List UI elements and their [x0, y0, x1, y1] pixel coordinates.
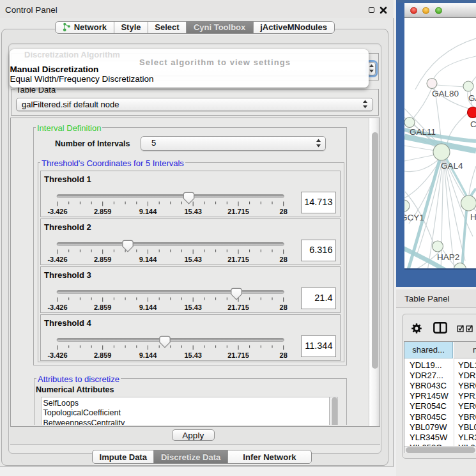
svg-text:GAL4: GAL4 [441, 161, 463, 171]
svg-text:28: 28 [280, 256, 288, 263]
svg-text:2.859: 2.859 [94, 208, 112, 215]
svg-text:C: C [470, 119, 476, 129]
svg-text:GCY1: GCY1 [404, 213, 424, 222]
svg-text:21.715: 21.715 [227, 208, 249, 215]
svg-text:H: H [470, 212, 476, 222]
svg-text:28: 28 [280, 208, 288, 215]
svg-text:15.43: 15.43 [184, 303, 202, 311]
svg-text:15.43: 15.43 [184, 208, 202, 215]
svg-text:-3.426: -3.426 [47, 303, 67, 311]
svg-text:2.859: 2.859 [94, 256, 112, 263]
svg-text:15.43: 15.43 [184, 256, 202, 263]
svg-text:28: 28 [280, 351, 288, 359]
svg-text:GAL11: GAL11 [410, 127, 436, 137]
svg-text:2.859: 2.859 [94, 351, 112, 359]
svg-text:-3.426: -3.426 [47, 208, 67, 215]
svg-text:2.859: 2.859 [94, 303, 112, 311]
svg-text:21.715: 21.715 [227, 256, 249, 263]
svg-text:9.144: 9.144 [139, 351, 157, 359]
svg-text:21.715: 21.715 [227, 303, 249, 311]
svg-text:-3.426: -3.426 [47, 256, 67, 263]
svg-text:GA: GA [468, 93, 476, 103]
svg-text:9.144: 9.144 [139, 256, 157, 263]
svg-text:9.144: 9.144 [139, 303, 157, 311]
svg-text:-3.426: -3.426 [47, 351, 67, 359]
svg-text:9.144: 9.144 [139, 208, 157, 215]
svg-text:28: 28 [280, 303, 288, 311]
svg-text:HAP2: HAP2 [437, 252, 459, 262]
svg-text:GAL80: GAL80 [432, 89, 459, 98]
svg-text:15.43: 15.43 [184, 351, 202, 359]
svg-text:21.715: 21.715 [227, 351, 249, 359]
